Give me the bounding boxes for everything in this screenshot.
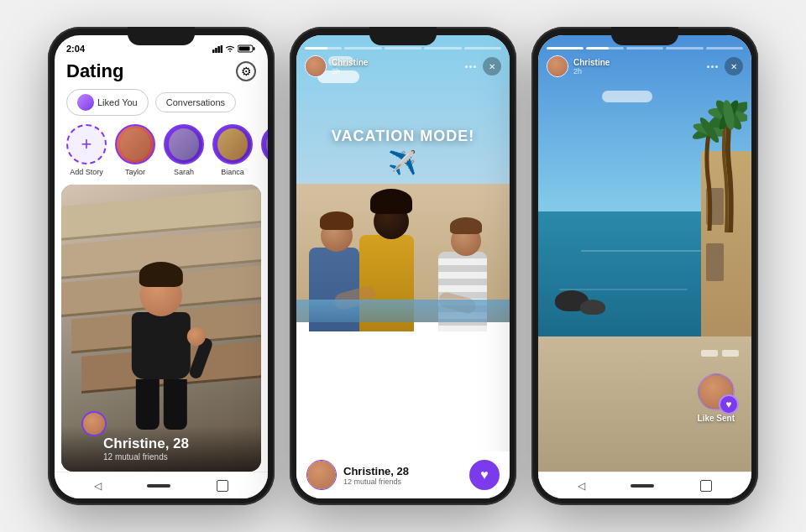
story-item-sp[interactable]: Sp... bbox=[261, 124, 268, 176]
profile-card[interactable]: Christine, 28 12 mutual friends bbox=[61, 185, 261, 472]
liked-you-tab[interactable]: Liked You bbox=[66, 89, 149, 116]
p3-fill-2 bbox=[586, 47, 609, 50]
taylor-avatar bbox=[115, 124, 155, 164]
bianca-avatar bbox=[212, 124, 253, 164]
phone3-nav-home[interactable] bbox=[631, 484, 654, 488]
svg-rect-2 bbox=[217, 46, 220, 53]
status-icons bbox=[212, 44, 256, 53]
vacation-title: VACATION MODE! bbox=[332, 128, 474, 145]
liked-avatar bbox=[77, 94, 94, 111]
nav-back-button[interactable]: ◁ bbox=[94, 480, 102, 492]
tabs-row: Liked You Conversations bbox=[55, 89, 268, 124]
story-user-info: Christine 3h bbox=[305, 55, 368, 77]
card-info-row: Christine, 28 12 mutual friends bbox=[71, 436, 251, 462]
pool-background bbox=[538, 35, 751, 498]
phone-notch-3 bbox=[611, 27, 678, 45]
story-user-avatar bbox=[305, 55, 327, 77]
card-info-overlay: Christine, 28 12 mutual friends bbox=[61, 425, 261, 472]
taylor-label: Taylor bbox=[125, 168, 145, 176]
water-ripple bbox=[581, 250, 709, 252]
wifi-icon bbox=[225, 45, 235, 53]
story-close-button[interactable]: ✕ bbox=[483, 57, 501, 76]
battery-icon bbox=[238, 44, 256, 53]
story-3-username: Christine bbox=[573, 58, 610, 67]
building-window-2 bbox=[706, 243, 724, 280]
story-3-more-button[interactable] bbox=[707, 65, 718, 68]
card-mutual: 12 mutual friends bbox=[103, 452, 189, 462]
people-group bbox=[296, 77, 510, 332]
person-torso bbox=[132, 312, 191, 379]
story-3-close-button[interactable]: ✕ bbox=[725, 57, 743, 76]
vacation-text-overlay: VACATION MODE! ✈️ bbox=[332, 128, 474, 176]
story-controls: ✕ bbox=[465, 57, 501, 76]
phone3-nav-recent[interactable] bbox=[700, 480, 712, 492]
add-story-item[interactable]: + Add Story bbox=[66, 124, 107, 176]
story-more-button[interactable] bbox=[465, 65, 476, 68]
stories-row: + Add Story Taylor Sarah bbox=[55, 124, 268, 185]
person-visual bbox=[81, 274, 241, 430]
conversations-tab[interactable]: Conversations bbox=[155, 92, 236, 112]
p3-bar-5 bbox=[706, 47, 743, 50]
phone-notch-2 bbox=[369, 27, 437, 45]
story-card-name: Christine, 28 bbox=[343, 465, 409, 477]
person-legs bbox=[135, 379, 186, 430]
phone3-nav-back[interactable]: ◁ bbox=[578, 480, 585, 492]
story-card-mutual: 12 mutual friends bbox=[343, 477, 409, 486]
progress-4 bbox=[424, 47, 461, 50]
conversations-label: Conversations bbox=[166, 97, 225, 107]
svg-rect-3 bbox=[221, 45, 222, 53]
story-3-user-text: Christine 2h bbox=[573, 58, 610, 76]
phone-1-screen: 2:04 bbox=[55, 35, 268, 498]
story-3-progress bbox=[547, 47, 743, 50]
water-line bbox=[296, 300, 510, 323]
nav-home-indicator[interactable] bbox=[147, 484, 170, 488]
story-item-bianca[interactable]: Bianca bbox=[212, 124, 253, 176]
pool-cloud bbox=[602, 91, 652, 102]
dating-home-screen: 2:04 bbox=[55, 35, 268, 498]
status-time: 2:04 bbox=[66, 44, 85, 54]
card-mini-avatar bbox=[81, 411, 107, 436]
story-username-2: Christine bbox=[332, 58, 368, 67]
story-3-user-info: Christine 2h bbox=[547, 55, 610, 77]
like-heart-icon: ♥ bbox=[719, 394, 739, 415]
phone-2: Christine 3h ✕ VACATION MODE! ✈️ bbox=[290, 27, 516, 505]
story-card-avatar bbox=[306, 460, 337, 490]
svg-rect-5 bbox=[254, 47, 255, 50]
story-time-2: 3h bbox=[332, 67, 368, 76]
liked-you-label: Liked You bbox=[97, 97, 138, 107]
progress-2 bbox=[344, 47, 381, 50]
p3-fill-1 bbox=[547, 47, 584, 50]
story-3-user-avatar bbox=[547, 55, 568, 77]
like-button[interactable]: ♥ bbox=[469, 460, 500, 490]
phone-2-screen: Christine 3h ✕ VACATION MODE! ✈️ bbox=[296, 35, 510, 498]
svg-rect-6 bbox=[239, 47, 250, 51]
add-story-avatar: + bbox=[66, 124, 107, 164]
progress-fill-1 bbox=[305, 47, 327, 50]
nav-recent-button[interactable] bbox=[217, 480, 228, 492]
bianca-label: Bianca bbox=[221, 168, 244, 176]
phone3-bottom-nav: ◁ bbox=[538, 472, 751, 498]
svg-rect-1 bbox=[215, 48, 217, 53]
p3-bar-2 bbox=[586, 47, 623, 50]
p3-bar-4 bbox=[666, 47, 703, 50]
story-item-sarah[interactable]: Sarah bbox=[164, 124, 204, 176]
person-body bbox=[132, 274, 191, 430]
progress-1 bbox=[305, 47, 342, 50]
story-view-2: Christine 3h ✕ VACATION MODE! ✈️ bbox=[296, 35, 510, 498]
beach-background bbox=[296, 35, 510, 498]
rock-2 bbox=[580, 300, 605, 315]
phone-notch-1 bbox=[128, 27, 195, 45]
add-story-label: Add Story bbox=[70, 168, 103, 176]
sarah-avatar bbox=[164, 124, 204, 164]
sp-avatar bbox=[261, 124, 268, 164]
like-sent-avatar-container: ♥ bbox=[698, 373, 735, 410]
settings-button[interactable]: ⚙ bbox=[236, 61, 256, 81]
card-text: Christine, 28 12 mutual friends bbox=[103, 436, 189, 462]
signal-icon bbox=[212, 45, 222, 53]
story-item-taylor[interactable]: Taylor bbox=[115, 124, 155, 176]
story-view-3: Christine 2h ✕ ♥ bbox=[538, 35, 751, 498]
plane-emoji: ✈️ bbox=[332, 149, 474, 176]
person-hair bbox=[139, 262, 183, 287]
sarah-label: Sarah bbox=[174, 168, 194, 176]
phone-3: Christine 2h ✕ ♥ bbox=[531, 27, 758, 505]
